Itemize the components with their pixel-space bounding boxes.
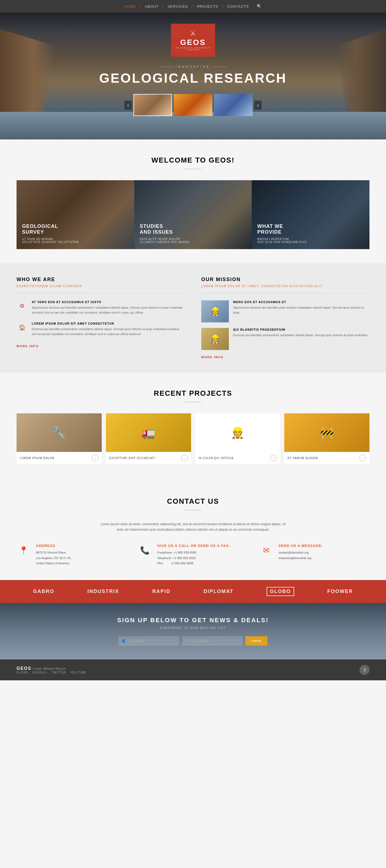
who-item-1-title: AT VERO EOS ET ACCUSAMUS ET IUSTO: [32, 300, 185, 304]
mission-divider: [201, 293, 369, 293]
thumb-img-1: [134, 94, 172, 116]
prev-arrow[interactable]: ‹: [124, 100, 132, 110]
project-label-3: IN CULPA QUI OFFICIA →: [195, 452, 280, 464]
services-grid: GEOLOGICALSURVEY UT ENIM AD MINIMAVOLUPT…: [17, 180, 369, 249]
hero-thumb-1[interactable]: [133, 94, 172, 116]
email-input[interactable]: [182, 636, 243, 646]
partner-foower[interactable]: FOOWER: [327, 589, 353, 594]
projects-divider: [185, 402, 201, 402]
footer-link-youtube[interactable]: YOU TUBE: [70, 671, 86, 674]
nav-projects[interactable]: PROJECTS: [197, 4, 218, 8]
service-card-geological[interactable]: GEOLOGICALSURVEY UT ENIM AD MINIMAVOLUPT…: [17, 180, 134, 249]
nav-home[interactable]: HOME: [124, 4, 136, 8]
service-desc-1: UT ENIM AD MINIMAVOLUPTATE QUAERAT VOLUP…: [22, 238, 79, 244]
project-circle-3[interactable]: →: [270, 455, 277, 461]
search-icon[interactable]: 🔍: [257, 4, 262, 9]
person-desc-1: Signissimus ducimus qui blanditis prae-s…: [233, 305, 369, 315]
email-lines: contact@demolink.org enquiries@demolink.…: [278, 550, 323, 561]
contact-intro: Lorem ipsum dolor sit amet, consectetur …: [96, 521, 290, 533]
project-label-1: LOREM IPSUM DOLOR →: [17, 452, 102, 464]
hero-thumb-2[interactable]: [174, 94, 212, 116]
back-to-top-button[interactable]: ⇧: [359, 665, 369, 675]
partners-bar: GABRO INDUSTRIX RAPID DIPLOMAT GLOBO FOO…: [0, 580, 386, 603]
submit-button[interactable]: submit: [245, 636, 267, 646]
partner-rapid[interactable]: RAPID: [152, 589, 170, 594]
who-subtitle: EXERCITATIONEM ULLAM CORPORIS: [17, 285, 185, 288]
phone-label: Give us a call or send us a fax:: [157, 544, 230, 548]
about-section: WHO WE ARE EXERCITATIONEM ULLAM CORPORIS…: [0, 263, 386, 373]
partner-globo[interactable]: GLOBO: [267, 587, 294, 596]
hero-tagline: INNOVATIVE: [99, 65, 287, 68]
person-text-2: QUI BLANDITIS PRAESENTIUM Ducimus qui bl…: [233, 328, 368, 338]
service-title-2: STUDIESAND ISSUES: [140, 223, 190, 235]
project-label-text-4: ET HARUM QUIDEM: [288, 457, 318, 460]
service-title-3: WHAT WEPROVIDE: [257, 223, 306, 235]
project-card-3[interactable]: 👷 IN CULPA QUI OFFICIA →: [195, 413, 280, 464]
contact-email: ✉ Send us a message: contact@demolink.or…: [259, 544, 369, 566]
contact-section: CONTACT US Lorem ipsum dolor sit amet, c…: [0, 480, 386, 580]
who-item-1-desc: Signissimus ducimus qui blanditis praese…: [32, 305, 185, 315]
project-img-4: 🚧: [284, 413, 369, 452]
nav-contacts[interactable]: CONTACTS: [227, 4, 249, 8]
service-card-studies[interactable]: STUDIESAND ISSUES QUIS AUTE IRURE DOLORU…: [134, 180, 252, 249]
who-item-2: 🏠 LOREM IPSUM DOLOR SIT AMET CONSECTETUR…: [17, 322, 185, 337]
person-icon: 👤: [121, 639, 125, 643]
project-card-2[interactable]: 🚛 EXCEPTURI SINT OCCAECATI →: [106, 413, 191, 464]
footer-link-twitter[interactable]: TWITTER: [52, 671, 66, 674]
person-img-2: 👷: [201, 328, 229, 350]
mission-more-info[interactable]: MORE INFO: [201, 355, 369, 359]
project-circle-2[interactable]: →: [181, 455, 188, 461]
nav-services[interactable]: SERVICES: [168, 4, 188, 8]
project-img-1: 🔧: [17, 413, 102, 452]
footer-brand: GEOS: [17, 666, 31, 671]
person-text-1: WERO EOS ET ACCUSAMUS ET Signissimus duc…: [233, 300, 369, 315]
footer-left: GEOS © 2015. PRIVACY POLICY FLICKR GOOGL…: [17, 666, 86, 674]
footer-link-google[interactable]: GOOGLE+: [32, 671, 48, 674]
next-arrow[interactable]: ›: [254, 100, 262, 110]
person-title-1: WERO EOS ET ACCUSAMUS ET: [233, 300, 369, 304]
welcome-title: WELCOME TO GEOS!: [17, 156, 369, 164]
service-content-2: STUDIESAND ISSUES QUIS AUTE IRURE DOLORU…: [134, 218, 195, 249]
pin-icon: 📍: [17, 544, 30, 557]
nav-sep-2: /: [163, 4, 164, 9]
hero-thumb-3[interactable]: [214, 94, 253, 116]
service-title-1: GEOLOGICALSURVEY: [22, 223, 79, 235]
mission-col: OUR MISSION LOREM IPSUM DOLOR SIT AMET, …: [201, 277, 369, 359]
partner-industrix[interactable]: INDUSTRIX: [87, 589, 119, 594]
service-desc-2: QUIS AUTE IRURE DOLORULLAMCO LABORIS NIS…: [140, 238, 190, 244]
logo-subtitle: GEOLOGICAL RESEARCH COMPANY: [171, 47, 215, 51]
hero-text: INNOVATIVE GEOLOGICAL RESEARCH: [99, 65, 287, 86]
project-circle-1[interactable]: →: [92, 455, 98, 461]
who-more-info[interactable]: MORE INFO: [17, 344, 38, 348]
hero-section: ⚔ GEOS GEOLOGICAL RESEARCH COMPANY INNOV…: [0, 13, 386, 140]
contact-email-info: Send us a message: contact@demolink.org …: [278, 544, 323, 561]
project-card-1[interactable]: 🔧 LOREM IPSUM DOLOR →: [17, 413, 102, 464]
newsletter-section: SIGN UP BELOW TO GET NEWS & DEALS! SUBSC…: [0, 603, 386, 659]
project-card-4[interactable]: 🚧 ET HARUM QUIDEM →: [284, 413, 369, 464]
project-label-4: ET HARUM QUIDEM →: [284, 452, 369, 464]
footer-links: FLICKR GOOGLE+ TWITTER YOU TUBE: [17, 671, 86, 674]
service-card-provide[interactable]: WHAT WEPROVIDE MASSA LAOREETUMSED QUIA N…: [252, 180, 369, 249]
who-item-2-title: LOREM IPSUM DOLOR SIT AMET CONSECTETUR: [32, 322, 185, 325]
footer-link-flickr[interactable]: FLICKR: [17, 671, 28, 674]
projects-title: RECENT PROJECTS: [17, 389, 369, 398]
mail-icon: ✉: [259, 544, 273, 557]
mission-subtitle: LOREM IPSUM DOLOR SIT AMET, CONSECTETUR …: [201, 285, 369, 288]
logo-name: GEOS: [180, 38, 206, 47]
site-footer: GEOS © 2015. PRIVACY POLICY FLICKR GOOGL…: [0, 659, 386, 680]
logo-box[interactable]: ⚔ GEOS GEOLOGICAL RESEARCH COMPANY: [171, 24, 215, 57]
who-item-2-text: LOREM IPSUM DOLOR SIT AMET CONSECTETUR D…: [32, 322, 185, 337]
partner-diplomat[interactable]: DIPLOMAT: [204, 589, 234, 594]
partner-gabro[interactable]: GABRO: [33, 589, 54, 594]
nav-about[interactable]: ABOUT: [145, 4, 159, 8]
service-content-1: GEOLOGICALSURVEY UT ENIM AD MINIMAVOLUPT…: [17, 218, 84, 249]
project-img-2: 🚛: [106, 413, 191, 452]
name-input[interactable]: [119, 636, 179, 646]
phone-lines: Freephone: +1 800 559 6580 Telephone: +1…: [157, 550, 230, 566]
who-item-2-desc: Ducimus qui blanditis praesentium volupt…: [32, 327, 185, 337]
project-label-text-3: IN CULPA QUI OFFICIA: [199, 457, 234, 460]
project-circle-4[interactable]: →: [359, 455, 366, 461]
footer-copyright: © 2015. PRIVACY POLICY: [33, 668, 66, 671]
who-item-1: ⚙ AT VERO EOS ET ACCUSAMUS ET IUSTO Sign…: [17, 300, 185, 315]
main-nav: HOME / ABOUT / SERVICES / PROJECTS / CON…: [0, 0, 386, 13]
